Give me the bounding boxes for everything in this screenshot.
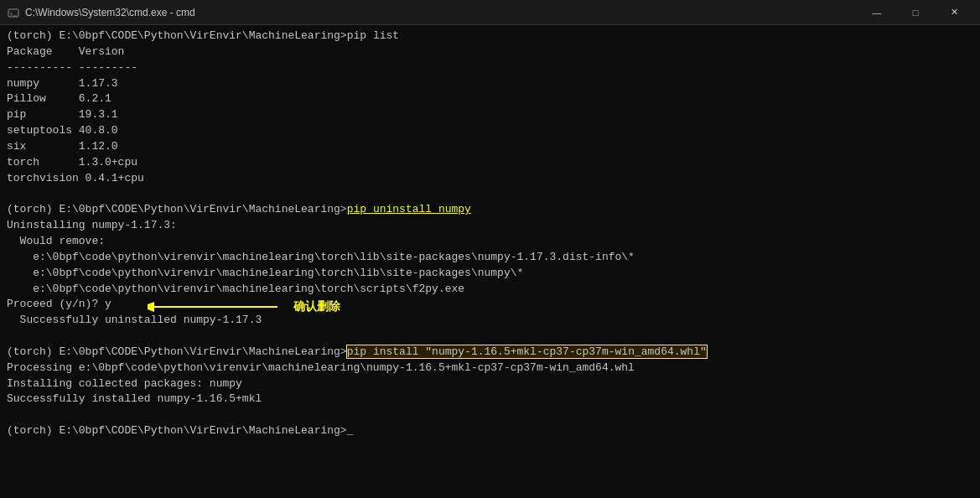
terminal-line: e:\0bpf\code\python\virenvir\machinelear… — [7, 250, 973, 266]
minimize-button[interactable]: — — [858, 0, 896, 25]
terminal-line: six 1.12.0 — [7, 139, 973, 155]
window-controls: — □ ✕ — [858, 0, 973, 25]
terminal-line: Successfully installed numpy-1.16.5+mkl — [7, 392, 973, 407]
terminal-line: numpy 1.17.3 — [7, 76, 973, 92]
terminal-window: (torch) E:\0bpf\CODE\Python\VirEnvir\Mac… — [0, 25, 980, 498]
terminal-line: torchvision 0.4.1+cpu — [7, 171, 973, 187]
terminal-line: e:\0bpf\code\python\virenvir\machinelear… — [7, 282, 973, 298]
annotation-arrow — [148, 298, 290, 316]
terminal-line: (torch) E:\0bpf\CODE\Python\VirEnvir\Mac… — [7, 423, 973, 439]
maximize-button[interactable]: □ — [896, 0, 935, 25]
terminal-line — [7, 186, 973, 202]
terminal-line: e:\0bpf\code\python\virenvir\machinelear… — [7, 266, 973, 282]
terminal-line: setuptools 40.8.0 — [7, 123, 973, 139]
terminal-line: (torch) E:\0bpf\CODE\Python\VirEnvir\Mac… — [7, 29, 973, 44]
terminal-line: Package Version — [7, 44, 973, 60]
terminal-line: Installing collected packages: numpy — [7, 376, 973, 392]
annotation: 确认删除 — [148, 298, 340, 316]
terminal-line: Pillow 6.2.1 — [7, 91, 973, 107]
terminal-line: (torch) E:\0bpf\CODE\Python\VirEnvir\Mac… — [7, 345, 973, 361]
terminal-line: Would remove: — [7, 234, 973, 250]
terminal-line: ---------- --------- — [7, 60, 973, 76]
terminal-line: Processing e:\0bpf\code\python\virenvir\… — [7, 361, 973, 376]
prompt-text: (torch) E:\0bpf\CODE\Python\VirEnvir\Mac… — [7, 29, 347, 42]
window-title: C:\Windows\System32\cmd.exe - cmd — [25, 7, 858, 18]
terminal-line: Uninstalling numpy-1.17.3: — [7, 218, 973, 234]
terminal-line: pip 19.3.1 — [7, 107, 973, 123]
terminal-line — [7, 329, 973, 345]
close-button[interactable]: ✕ — [935, 0, 973, 25]
app-icon — [7, 6, 20, 19]
proceed-line-container: Proceed (y/n)? y 确认删除 — [7, 297, 973, 313]
terminal-line: torch 1.3.0+cpu — [7, 155, 973, 171]
terminal-line: (torch) E:\0bpf\CODE\Python\VirEnvir\Mac… — [7, 202, 973, 218]
annotation-text: 确认删除 — [293, 299, 340, 314]
titlebar: C:\Windows\System32\cmd.exe - cmd — □ ✕ — [0, 0, 980, 25]
terminal-line — [7, 407, 973, 423]
